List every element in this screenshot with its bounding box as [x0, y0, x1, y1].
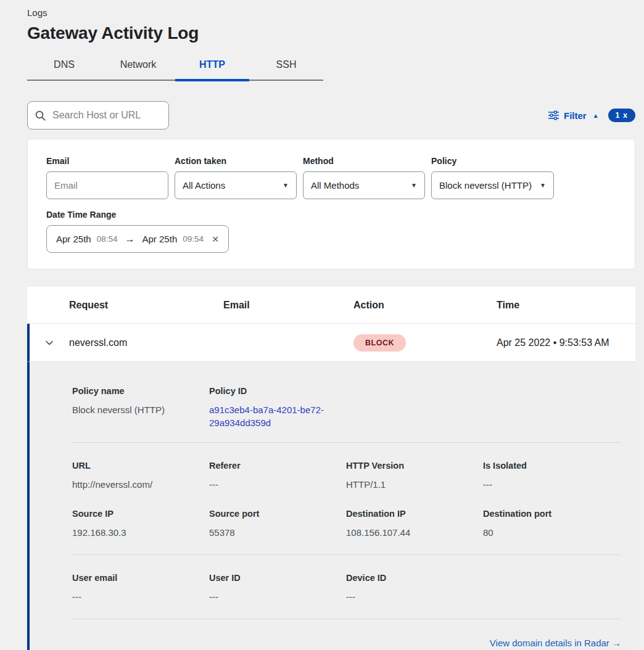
http-version-cell: HTTP Version HTTP/1.1	[346, 461, 483, 491]
device-id-label: Device ID	[346, 573, 483, 583]
row-time: Apr 25 2022 • 9:53:53 AM	[497, 337, 635, 348]
date-range-label: Date Time Range	[46, 210, 616, 220]
radar-link-row: View domain details in Radar →	[72, 638, 621, 649]
url-cell: URL http://neverssl.com/	[72, 461, 209, 491]
header-action: Action	[353, 300, 497, 311]
filter-toggle-button[interactable]: Filter ▲	[548, 110, 599, 121]
section-divider	[72, 619, 621, 619]
http-version-value: HTTP/1.1	[346, 478, 483, 491]
policy-id-cell: Policy ID a91c3eb4-ba7a-4201-be72-29a934…	[209, 386, 346, 429]
chevron-down-icon[interactable]	[43, 337, 56, 349]
header-email: Email	[223, 300, 353, 311]
section-divider	[72, 554, 621, 555]
source-ip-label: Source IP	[72, 509, 209, 519]
policy-detail-row: Policy name Block neverssl (HTTP) Policy…	[72, 386, 621, 429]
request-detail-row: URL http://neverssl.com/ Referer --- HTT…	[72, 461, 621, 491]
policy-name-cell: Policy name Block neverssl (HTTP)	[72, 386, 209, 429]
search-input[interactable]	[51, 109, 161, 121]
activity-table: Request Email Action Time neverssl.com B…	[27, 287, 635, 650]
user-detail-row: User email --- User ID --- Device ID ---	[72, 573, 621, 603]
source-ip-value: 192.168.30.3	[72, 526, 209, 539]
toolbar: Filter ▲ 1 x	[27, 101, 635, 130]
policy-select[interactable]: Block neverssl (HTTP) ▼	[431, 171, 554, 199]
policy-id-label: Policy ID	[209, 386, 346, 396]
tab-dns[interactable]: DNS	[27, 54, 101, 80]
action-taken-field: Action taken All Actions ▼	[175, 156, 297, 199]
date-from: Apr 25th	[56, 234, 91, 244]
user-id-value: ---	[209, 590, 346, 603]
tab-ssh[interactable]: SSH	[249, 54, 323, 80]
block-status-badge: BLOCK	[353, 334, 406, 352]
method-select[interactable]: All Methods ▼	[303, 171, 425, 199]
view-radar-link[interactable]: View domain details in Radar →	[490, 638, 621, 648]
tab-http[interactable]: HTTP	[175, 54, 249, 80]
user-email-cell: User email ---	[72, 573, 209, 603]
is-isolated-cell: Is Isolated ---	[483, 461, 621, 491]
is-isolated-value: ---	[483, 478, 621, 491]
user-id-label: User ID	[209, 573, 346, 583]
source-port-cell: Source port 55378	[209, 509, 346, 539]
filter-panel: Email Action taken All Actions ▼ Method …	[27, 139, 635, 269]
destination-port-cell: Destination port 80	[483, 509, 621, 539]
date-range-picker[interactable]: Apr 25th 08:54 → Apr 25th 09:54 ✕	[46, 225, 229, 253]
chevron-down-icon: ▼	[540, 182, 546, 189]
time-to: 09:54	[183, 234, 204, 244]
device-id-cell: Device ID ---	[346, 573, 483, 603]
arrow-right-icon: →	[125, 234, 135, 245]
search-box[interactable]	[27, 101, 169, 130]
filter-label: Filter	[564, 110, 587, 121]
date-range-field: Date Time Range Apr 25th 08:54 → Apr 25t…	[46, 210, 616, 253]
policy-name-label: Policy name	[72, 386, 209, 396]
table-header-row: Request Email Action Time	[27, 287, 635, 324]
row-detail-panel: Policy name Block neverssl (HTTP) Policy…	[27, 362, 635, 650]
time-from: 08:54	[97, 234, 118, 244]
chevron-down-icon: ▼	[283, 182, 289, 189]
header-request: Request	[69, 300, 223, 311]
breadcrumb[interactable]: Logs	[27, 7, 635, 18]
tab-bar: DNS Network HTTP SSH	[27, 54, 323, 81]
row-action: BLOCK	[353, 334, 497, 352]
url-label: URL	[72, 461, 209, 471]
clear-date-range-icon[interactable]: ✕	[212, 234, 219, 244]
email-filter-field: Email	[46, 156, 168, 199]
network-detail-row: Source IP 192.168.30.3 Source port 55378…	[72, 509, 621, 539]
source-ip-cell: Source IP 192.168.30.3	[72, 509, 209, 539]
url-value: http://neverssl.com/	[72, 478, 209, 491]
table-row[interactable]: neverssl.com BLOCK Apr 25 2022 • 9:53:53…	[27, 324, 635, 362]
policy-name-value: Block neverssl (HTTP)	[72, 403, 209, 416]
source-port-label: Source port	[209, 509, 346, 519]
filter-sliders-icon	[548, 110, 559, 120]
user-email-label: User email	[72, 573, 209, 583]
action-taken-select[interactable]: All Actions ▼	[175, 171, 297, 199]
email-filter-label: Email	[46, 156, 168, 166]
search-icon	[35, 110, 46, 121]
is-isolated-label: Is Isolated	[483, 461, 621, 471]
policy-value: Block neverssl (HTTP)	[439, 180, 532, 191]
source-port-value: 55378	[209, 526, 346, 539]
policy-field: Policy Block neverssl (HTTP) ▼	[431, 156, 553, 199]
http-version-label: HTTP Version	[346, 461, 483, 471]
tab-network[interactable]: Network	[101, 54, 175, 80]
destination-ip-value: 108.156.107.44	[346, 526, 483, 539]
section-divider	[72, 442, 621, 443]
gateway-activity-log-page: Logs Gateway Activity Log DNS Network HT…	[0, 0, 644, 650]
action-taken-label: Action taken	[175, 156, 297, 166]
destination-port-value: 80	[483, 526, 621, 539]
device-id-value: ---	[346, 590, 483, 603]
header-time: Time	[497, 300, 635, 311]
policy-id-link[interactable]: a91c3eb4-ba7a-4201-be72-29a934dd359d	[209, 403, 346, 429]
date-to: Apr 25th	[142, 234, 178, 244]
method-label: Method	[303, 156, 425, 166]
referer-value: ---	[209, 478, 346, 491]
policy-label: Policy	[431, 156, 553, 166]
action-taken-value: All Actions	[183, 180, 225, 191]
filter-controls: Filter ▲ 1 x	[548, 109, 635, 122]
method-field: Method All Methods ▼	[303, 156, 425, 199]
user-email-value: ---	[72, 590, 209, 603]
destination-ip-label: Destination IP	[346, 509, 483, 519]
filter-count-badge[interactable]: 1 x	[608, 109, 635, 122]
destination-port-label: Destination port	[483, 509, 621, 519]
row-request: neverssl.com	[69, 337, 223, 348]
email-filter-input[interactable]	[46, 171, 168, 199]
destination-ip-cell: Destination IP 108.156.107.44	[346, 509, 483, 539]
